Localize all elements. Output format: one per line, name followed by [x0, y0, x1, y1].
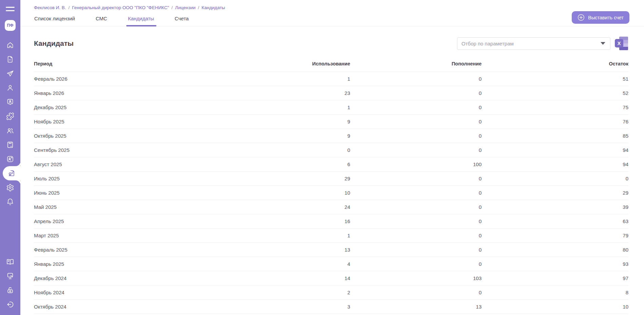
- sidebar-item-archive[interactable]: [0, 138, 20, 152]
- period-cell: Ноябрь 2024: [34, 286, 212, 300]
- candidates-usage-table: ПериодИспользованиеПополнениеОстаток Фев…: [34, 57, 628, 314]
- sidebar-item-notifications[interactable]: [0, 195, 20, 209]
- sidebar-item-send[interactable]: [0, 66, 20, 81]
- menu-icon[interactable]: [6, 4, 15, 14]
- table-row: Июль 20252900: [34, 172, 628, 186]
- column-header: Остаток: [481, 57, 628, 72]
- period-cell: Сентябрь 2025: [34, 143, 212, 157]
- breadcrumb-item[interactable]: Лицензии: [175, 5, 195, 10]
- table-row: Июнь 202510029: [34, 186, 628, 200]
- value-cell: 24: [212, 200, 350, 214]
- value-cell: 23: [212, 86, 350, 100]
- value-cell: 29: [212, 172, 350, 186]
- main-area: Феклисов И. В./Генеральный директор ООО …: [20, 0, 644, 314]
- column-header: Период: [34, 57, 212, 72]
- excel-export-icon[interactable]: X: [615, 36, 628, 51]
- value-cell: 0: [350, 86, 481, 100]
- tab-sms[interactable]: СМС: [95, 13, 108, 26]
- table-body: Февраль 20261051Январь 202623052Декабрь …: [34, 72, 628, 314]
- logout-icon: [6, 300, 14, 309]
- integrations-puzzle-icon: [6, 112, 14, 120]
- value-cell: 9: [212, 129, 350, 143]
- column-header: Использование: [212, 57, 350, 72]
- value-cell: 6: [212, 157, 350, 172]
- value-cell: 97: [481, 271, 628, 286]
- period-cell: Май 2025: [34, 200, 212, 214]
- chevron-down-icon: [601, 42, 605, 45]
- value-cell: 63: [481, 214, 628, 229]
- value-cell: 85: [481, 129, 628, 143]
- sidebar-item-clients[interactable]: [0, 81, 20, 95]
- value-cell: 0: [350, 200, 481, 214]
- sidebar-item-security[interactable]: [0, 283, 20, 297]
- period-cell: Январь 2026: [34, 86, 212, 100]
- table-row: Январь 20254093: [34, 257, 628, 271]
- value-cell: 2: [212, 286, 350, 300]
- value-cell: 16: [212, 214, 350, 229]
- period-cell: Октябрь 2025: [34, 129, 212, 143]
- filter-select[interactable]: Отбор по параметрам: [457, 37, 610, 50]
- period-cell: Январь 2025: [34, 257, 212, 271]
- breadcrumb-separator: /: [171, 5, 173, 10]
- sidebar-item-licenses[interactable]: [3, 166, 20, 180]
- column-header: Пополнение: [350, 57, 481, 72]
- table-header-row: ПериодИспользованиеПополнениеОстаток: [34, 57, 628, 72]
- excel-x-square: X: [615, 39, 623, 47]
- notifications-bell-icon: [6, 198, 14, 206]
- tab-licenses-list[interactable]: Список лицензий: [34, 13, 75, 26]
- value-cell: 29: [481, 186, 628, 200]
- create-invoice-button[interactable]: Выставить счет: [572, 11, 629, 24]
- table-row: Март 20251079: [34, 229, 628, 243]
- value-cell: 94: [481, 157, 628, 172]
- value-cell: 10: [212, 186, 350, 200]
- table-row: Апрель 202516063: [34, 214, 628, 229]
- sidebar-item-home[interactable]: [0, 38, 20, 52]
- table-row: Сентябрь 20250094: [34, 143, 628, 157]
- table-row: Ноябрь 2024208: [34, 286, 628, 300]
- home-icon: [6, 41, 14, 49]
- table-row: Февраль 202513080: [34, 243, 628, 257]
- value-cell: 76: [481, 115, 628, 129]
- sidebar-item-integrations[interactable]: [0, 109, 20, 123]
- value-cell: 100: [350, 157, 481, 172]
- contact-badge-icon: [6, 98, 14, 106]
- value-cell: 0: [212, 143, 350, 157]
- value-cell: 0: [350, 143, 481, 157]
- sidebar-item-support[interactable]: [0, 269, 20, 283]
- breadcrumb: Феклисов И. В./Генеральный директор ООО …: [20, 0, 644, 10]
- value-cell: 13: [212, 243, 350, 257]
- book-save-icon: [6, 141, 14, 149]
- value-cell: 0: [350, 286, 481, 300]
- tab-candidates[interactable]: Кандидаты: [128, 13, 154, 26]
- table-row: Декабрь 20241410397: [34, 271, 628, 286]
- table-row: Октябрь 202431310: [34, 300, 628, 314]
- person-icon: [6, 84, 14, 92]
- value-cell: 0: [350, 214, 481, 229]
- breadcrumb-item[interactable]: Кандидаты: [202, 5, 225, 10]
- avatar-badge[interactable]: ПФ: [5, 20, 16, 31]
- breadcrumb-item[interactable]: Генеральный директор ООО "ПКО "ФЕНИКС": [72, 5, 169, 10]
- table-row: Февраль 20261051: [34, 72, 628, 86]
- value-cell: 0: [350, 257, 481, 271]
- value-cell: 0: [481, 172, 628, 186]
- period-cell: Ноябрь 2025: [34, 115, 212, 129]
- breadcrumb-item[interactable]: Феклисов И. В.: [34, 5, 66, 10]
- team-icon: [6, 126, 14, 135]
- value-cell: 0: [350, 229, 481, 243]
- table-row: Январь 202623052: [34, 86, 628, 100]
- sidebar-item-team[interactable]: [0, 123, 20, 138]
- page-title: Кандидаты: [34, 39, 74, 47]
- sidebar-item-contracts[interactable]: [0, 52, 20, 66]
- sidebar-nav-bottom: [0, 255, 20, 312]
- sidebar-item-contacts[interactable]: [0, 95, 20, 109]
- sidebar-item-guide[interactable]: [0, 255, 20, 269]
- tab-invoices[interactable]: Счета: [174, 13, 189, 26]
- value-cell: 103: [350, 271, 481, 286]
- value-cell: 79: [481, 229, 628, 243]
- value-cell: 0: [350, 243, 481, 257]
- value-cell: 0: [350, 186, 481, 200]
- sidebar-item-logout[interactable]: [0, 297, 20, 312]
- value-cell: 1: [212, 229, 350, 243]
- period-cell: Июнь 2025: [34, 186, 212, 200]
- menu-bar: [6, 10, 15, 11]
